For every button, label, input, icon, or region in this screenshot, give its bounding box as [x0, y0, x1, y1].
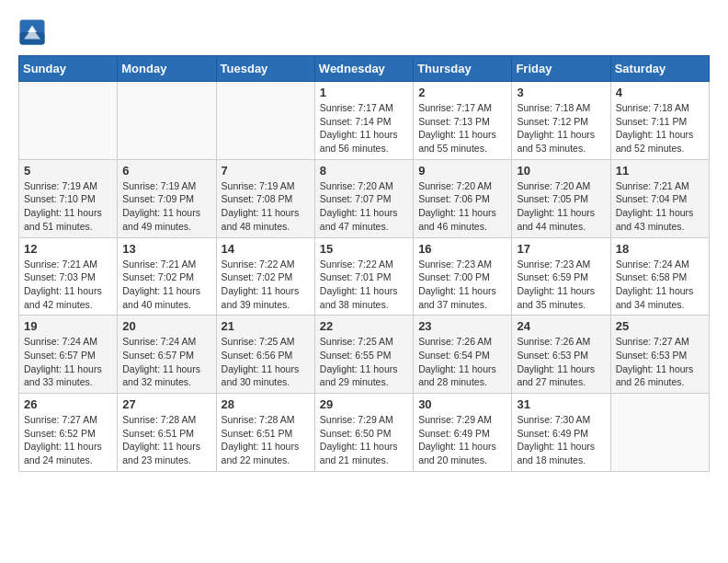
day-number: 22 — [320, 319, 408, 333]
day-number: 20 — [122, 319, 210, 333]
day-number: 10 — [517, 164, 605, 178]
calendar-cell — [19, 82, 118, 160]
day-number: 11 — [616, 164, 704, 178]
calendar-cell: 12Sunrise: 7:21 AMSunset: 7:03 PMDayligh… — [19, 237, 118, 316]
calendar-cell: 2Sunrise: 7:17 AMSunset: 7:13 PMDaylight… — [414, 82, 512, 160]
day-number: 8 — [320, 164, 408, 178]
day-info: Sunrise: 7:29 AMSunset: 6:49 PMDaylight:… — [418, 413, 506, 467]
day-info: Sunrise: 7:28 AMSunset: 6:51 PMDaylight:… — [122, 413, 210, 467]
calendar-cell: 8Sunrise: 7:20 AMSunset: 7:07 PMDaylight… — [314, 159, 413, 237]
day-number: 26 — [24, 397, 112, 411]
calendar-cell: 15Sunrise: 7:22 AMSunset: 7:01 PMDayligh… — [314, 237, 413, 316]
calendar-cell: 24Sunrise: 7:26 AMSunset: 6:53 PMDayligh… — [512, 316, 610, 394]
calendar-cell: 28Sunrise: 7:28 AMSunset: 6:51 PMDayligh… — [216, 394, 314, 472]
calendar-cell: 5Sunrise: 7:19 AMSunset: 7:10 PMDaylight… — [19, 159, 118, 237]
calendar-week-1: 1Sunrise: 7:17 AMSunset: 7:14 PMDaylight… — [19, 82, 710, 160]
day-info: Sunrise: 7:17 AMSunset: 7:14 PMDaylight:… — [320, 101, 408, 155]
weekday-header-monday: Monday — [118, 56, 216, 82]
day-info: Sunrise: 7:22 AMSunset: 7:01 PMDaylight:… — [320, 258, 408, 312]
calendar-week-4: 19Sunrise: 7:24 AMSunset: 6:57 PMDayligh… — [19, 316, 710, 394]
calendar-cell: 27Sunrise: 7:28 AMSunset: 6:51 PMDayligh… — [118, 394, 216, 472]
day-number: 25 — [616, 319, 704, 333]
day-number: 9 — [418, 164, 506, 178]
calendar-cell: 10Sunrise: 7:20 AMSunset: 7:05 PMDayligh… — [512, 159, 610, 237]
day-info: Sunrise: 7:27 AMSunset: 6:52 PMDaylight:… — [24, 413, 112, 467]
calendar-cell: 7Sunrise: 7:19 AMSunset: 7:08 PMDaylight… — [216, 159, 314, 237]
calendar-week-5: 26Sunrise: 7:27 AMSunset: 6:52 PMDayligh… — [19, 394, 710, 472]
day-info: Sunrise: 7:19 AMSunset: 7:10 PMDaylight:… — [24, 179, 112, 234]
logo — [18, 18, 50, 46]
day-number: 29 — [320, 397, 408, 411]
calendar-cell — [610, 394, 709, 472]
calendar-cell: 26Sunrise: 7:27 AMSunset: 6:52 PMDayligh… — [19, 394, 118, 472]
logo-icon — [18, 18, 46, 46]
calendar-cell: 19Sunrise: 7:24 AMSunset: 6:57 PMDayligh… — [19, 316, 118, 394]
header — [18, 18, 710, 46]
day-info: Sunrise: 7:20 AMSunset: 7:07 PMDaylight:… — [320, 179, 408, 234]
day-info: Sunrise: 7:20 AMSunset: 7:05 PMDaylight:… — [517, 179, 605, 234]
calendar-cell: 6Sunrise: 7:19 AMSunset: 7:09 PMDaylight… — [118, 159, 216, 237]
calendar-cell: 17Sunrise: 7:23 AMSunset: 6:59 PMDayligh… — [512, 237, 610, 316]
day-number: 30 — [418, 397, 506, 411]
day-info: Sunrise: 7:27 AMSunset: 6:53 PMDaylight:… — [616, 335, 704, 389]
day-number: 4 — [616, 86, 704, 99]
weekday-header-tuesday: Tuesday — [216, 56, 314, 82]
calendar-cell: 13Sunrise: 7:21 AMSunset: 7:02 PMDayligh… — [118, 237, 216, 316]
calendar-cell: 9Sunrise: 7:20 AMSunset: 7:06 PMDaylight… — [414, 159, 512, 237]
day-info: Sunrise: 7:26 AMSunset: 6:53 PMDaylight:… — [517, 335, 605, 389]
day-info: Sunrise: 7:18 AMSunset: 7:12 PMDaylight:… — [517, 101, 605, 155]
day-info: Sunrise: 7:25 AMSunset: 6:56 PMDaylight:… — [222, 335, 310, 389]
calendar-cell: 21Sunrise: 7:25 AMSunset: 6:56 PMDayligh… — [216, 316, 314, 394]
day-number: 7 — [222, 164, 310, 178]
day-info: Sunrise: 7:28 AMSunset: 6:51 PMDaylight:… — [222, 413, 310, 467]
calendar-cell: 30Sunrise: 7:29 AMSunset: 6:49 PMDayligh… — [414, 394, 512, 472]
day-number: 23 — [418, 319, 506, 333]
day-number: 13 — [122, 242, 210, 256]
day-number: 28 — [222, 397, 310, 411]
day-info: Sunrise: 7:21 AMSunset: 7:04 PMDaylight:… — [616, 179, 704, 234]
calendar-cell: 25Sunrise: 7:27 AMSunset: 6:53 PMDayligh… — [610, 316, 709, 394]
calendar-cell: 4Sunrise: 7:18 AMSunset: 7:11 PMDaylight… — [610, 82, 709, 160]
page: SundayMondayTuesdayWednesdayThursdayFrid… — [0, 0, 728, 481]
day-info: Sunrise: 7:25 AMSunset: 6:55 PMDaylight:… — [320, 335, 408, 389]
day-number: 16 — [418, 242, 506, 256]
day-info: Sunrise: 7:19 AMSunset: 7:08 PMDaylight:… — [222, 179, 310, 234]
calendar-cell: 1Sunrise: 7:17 AMSunset: 7:14 PMDaylight… — [314, 82, 413, 160]
day-info: Sunrise: 7:18 AMSunset: 7:11 PMDaylight:… — [616, 101, 704, 155]
calendar-cell: 14Sunrise: 7:22 AMSunset: 7:02 PMDayligh… — [216, 237, 314, 316]
day-number: 3 — [517, 86, 605, 99]
day-number: 14 — [222, 242, 310, 256]
calendar-cell: 31Sunrise: 7:30 AMSunset: 6:49 PMDayligh… — [512, 394, 610, 472]
day-number: 12 — [24, 242, 112, 256]
day-info: Sunrise: 7:23 AMSunset: 6:59 PMDaylight:… — [517, 258, 605, 312]
weekday-header-row: SundayMondayTuesdayWednesdayThursdayFrid… — [19, 56, 710, 82]
day-info: Sunrise: 7:19 AMSunset: 7:09 PMDaylight:… — [122, 179, 210, 234]
day-info: Sunrise: 7:30 AMSunset: 6:49 PMDaylight:… — [517, 413, 605, 467]
day-info: Sunrise: 7:21 AMSunset: 7:02 PMDaylight:… — [122, 258, 210, 312]
day-info: Sunrise: 7:24 AMSunset: 6:58 PMDaylight:… — [616, 258, 704, 312]
day-info: Sunrise: 7:23 AMSunset: 7:00 PMDaylight:… — [418, 258, 506, 312]
calendar-cell: 22Sunrise: 7:25 AMSunset: 6:55 PMDayligh… — [314, 316, 413, 394]
calendar-cell: 3Sunrise: 7:18 AMSunset: 7:12 PMDaylight… — [512, 82, 610, 160]
day-info: Sunrise: 7:24 AMSunset: 6:57 PMDaylight:… — [122, 335, 210, 389]
calendar-cell: 11Sunrise: 7:21 AMSunset: 7:04 PMDayligh… — [610, 159, 709, 237]
calendar-cell — [216, 82, 314, 160]
calendar-cell: 20Sunrise: 7:24 AMSunset: 6:57 PMDayligh… — [118, 316, 216, 394]
weekday-header-friday: Friday — [512, 56, 610, 82]
calendar: SundayMondayTuesdayWednesdayThursdayFrid… — [18, 55, 710, 472]
day-number: 19 — [24, 319, 112, 333]
day-number: 31 — [517, 397, 605, 411]
day-info: Sunrise: 7:26 AMSunset: 6:54 PMDaylight:… — [418, 335, 506, 389]
day-info: Sunrise: 7:21 AMSunset: 7:03 PMDaylight:… — [24, 258, 112, 312]
day-info: Sunrise: 7:20 AMSunset: 7:06 PMDaylight:… — [418, 179, 506, 234]
weekday-header-sunday: Sunday — [19, 56, 118, 82]
day-info: Sunrise: 7:24 AMSunset: 6:57 PMDaylight:… — [24, 335, 112, 389]
weekday-header-thursday: Thursday — [414, 56, 512, 82]
calendar-cell: 16Sunrise: 7:23 AMSunset: 7:00 PMDayligh… — [414, 237, 512, 316]
day-info: Sunrise: 7:17 AMSunset: 7:13 PMDaylight:… — [418, 101, 506, 155]
calendar-cell: 18Sunrise: 7:24 AMSunset: 6:58 PMDayligh… — [610, 237, 709, 316]
calendar-cell: 29Sunrise: 7:29 AMSunset: 6:50 PMDayligh… — [314, 394, 413, 472]
calendar-cell — [118, 82, 216, 160]
day-number: 27 — [122, 397, 210, 411]
calendar-cell: 23Sunrise: 7:26 AMSunset: 6:54 PMDayligh… — [414, 316, 512, 394]
